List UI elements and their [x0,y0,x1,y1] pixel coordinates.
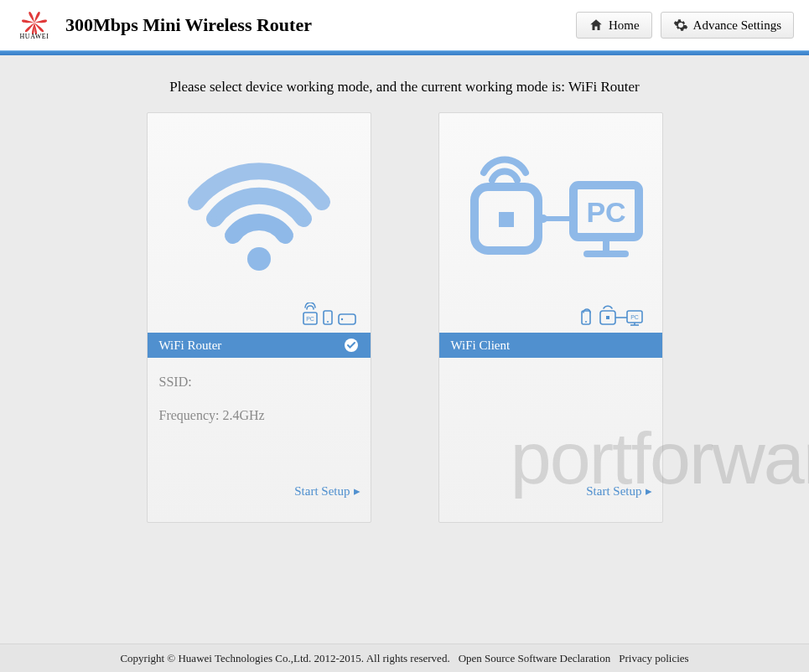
client-icon: PC [454,135,647,277]
router-footer: Start Setup▸ [148,483,371,522]
router-band-label: WiFi Router [159,339,222,353]
main: Please select device working mode, and t… [0,55,809,644]
footer: Copyright © Huawei Technologies Co.,Ltd.… [0,644,809,672]
client-body [439,358,662,483]
advance-label: Advance Settings [693,18,781,33]
home-button[interactable]: Home [576,12,652,39]
ssid-label: SSID: [159,375,192,389]
client-start-setup-link[interactable]: Start Setup▸ [586,484,651,498]
client-mini-icon: PC [580,302,651,328]
gear-icon [673,18,688,33]
copyright-text: Copyright © Huawei Technologies Co.,Ltd.… [120,652,449,665]
svg-text:PC: PC [586,196,625,228]
client-mini-icons: PC [439,299,662,333]
client-band-label: WiFi Client [451,339,511,353]
svg-rect-19 [606,316,609,319]
svg-rect-9 [499,212,514,227]
router-start-label: Start Setup [294,484,350,498]
chevron-right-icon: ▸ [646,483,652,499]
page-title: 300Mbps Mini Wireless Router [65,14,312,36]
huawei-petal-icon [18,11,51,34]
devices-mini-icon: PC [300,302,359,328]
svg-point-11 [539,215,547,223]
router-body: SSID: Frequency: 2.4GHz [148,358,371,483]
svg-point-0 [247,247,271,271]
svg-text:PC: PC [630,314,639,320]
brand-logo: HUAWEI [15,11,54,40]
client-band: WiFi Client [439,333,662,358]
client-footer: Start Setup▸ [439,483,662,522]
card-wifi-client[interactable]: PC PC [438,112,663,523]
svg-point-6 [340,318,342,320]
mode-cards: PC WiFi Router SSID: [0,112,809,523]
svg-point-4 [327,321,329,323]
svg-point-17 [585,321,587,323]
router-band: WiFi Router [148,333,371,358]
check-circle-icon [344,338,359,353]
advance-settings-button[interactable]: Advance Settings [661,12,794,39]
router-start-setup-link[interactable]: Start Setup▸ [294,484,360,498]
header: HUAWEI 300Mbps Mini Wireless Router Home… [0,0,809,50]
chevron-right-icon: ▸ [354,483,360,499]
router-mini-icons: PC [148,299,371,333]
svg-text:PC: PC [306,316,314,322]
oss-link[interactable]: Open Source Software Declaration [459,652,611,665]
frequency-row: Frequency: 2.4GHz [159,408,359,423]
home-icon [589,18,604,33]
card-wifi-router[interactable]: PC WiFi Router SSID: [147,112,371,523]
ssid-row: SSID: [159,375,359,390]
client-start-label: Start Setup [586,484,641,498]
home-label: Home [609,18,640,33]
brand-text: HUAWEI [20,33,49,40]
mode-prompt: Please select device working mode, and t… [0,55,809,112]
wifi-router-illustration [148,113,371,299]
wifi-client-illustration: PC [439,113,662,299]
privacy-link[interactable]: Privacy policies [619,652,688,665]
wifi-icon [188,135,330,277]
